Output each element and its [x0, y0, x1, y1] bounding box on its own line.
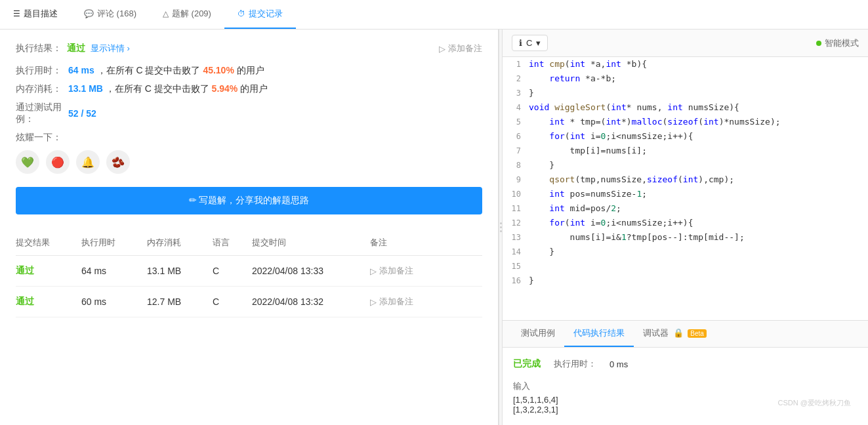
tab-debugger[interactable]: 调试器 🔒 Beta [634, 321, 716, 347]
tab-description-label: 题目描述 [24, 8, 58, 20]
input-row: 输入 [1,5,1,1,6,4] [1,3,2,2,3,1] [513, 380, 858, 415]
smart-mode-indicator: 智能模式 [816, 37, 859, 49]
runtime-stat-row: 执行用时： 64 ms ，在所有 C 提交中击败了 45.10% 的用户 [16, 65, 482, 77]
row1-memory: 13.1 MB [147, 266, 213, 276]
line-number: 13 [503, 230, 529, 245]
test-result-panel: 已完成 执行用时： 0 ms 输入 [1,5,1,1,6,4] [1,3,2,2… [503, 348, 868, 425]
show-detail-link[interactable]: 显示详情 › [91, 43, 130, 54]
line-number: 11 [503, 201, 529, 216]
code-line: 12 for(int i=0;i<numsSize;i++){ [503, 216, 868, 230]
row2-time: 60 ms [81, 296, 147, 307]
weibo-icon: 🔴 [51, 156, 64, 169]
line-code: qsort(tmp,numsSize,sizeof(int),cmp); [529, 172, 868, 187]
row2-result[interactable]: 通过 [16, 296, 81, 308]
line-number: 5 [503, 115, 529, 129]
bottom-tab-bar: 测试用例 代码执行结果 调试器 🔒 Beta [503, 320, 868, 348]
row1-note-arrow: ▷ [370, 266, 377, 276]
row2-note-label: 添加备注 [379, 296, 413, 308]
exec-result-tab-label: 代码执行结果 [573, 328, 625, 338]
test-input-section: 输入 [1,5,1,1,6,4] [1,3,2,2,3,1] CSDN @爱吃烤… [513, 380, 858, 415]
runtime-suffix: 的用户 [237, 65, 264, 75]
notification-share-btn[interactable]: 🔔 [76, 150, 100, 174]
line-code: int mid=pos/2; [529, 201, 868, 216]
memory-stat-row: 内存消耗： 13.1 MB ，在所有 C 提交中击败了 5.94% 的用户 [16, 83, 482, 95]
row1-note-label: 添加备注 [379, 265, 413, 277]
resize-dot [500, 222, 502, 224]
row2-add-note[interactable]: ▷ 添加备注 [370, 296, 482, 308]
add-note-label: 添加备注 [448, 43, 482, 54]
comments-icon: 💬 [84, 9, 94, 18]
code-line: 4void wiggleSort(int* nums, int numsSize… [503, 100, 868, 115]
line-code [529, 259, 868, 273]
row1-add-note[interactable]: ▷ 添加备注 [370, 265, 482, 277]
share-icons-group: 💚 🔴 🔔 🫘 [16, 150, 482, 174]
line-number: 2 [503, 71, 529, 86]
tab-comments[interactable]: 💬 评论 (168) [71, 0, 150, 29]
code-line: 16} [503, 273, 868, 288]
exec-stats: 执行用时： 64 ms ，在所有 C 提交中击败了 45.10% 的用户 内存消… [16, 65, 482, 125]
table-header: 提交结果 执行用时 内存消耗 语言 提交时间 备注 [16, 230, 482, 256]
line-number: 7 [503, 144, 529, 158]
input-label: 输入 [513, 380, 858, 392]
exec-time-value: 0 ms [610, 359, 628, 369]
share-label: 炫耀一下： [16, 132, 482, 144]
code-editor-area[interactable]: 1int cmp(int *a,int *b){2 return *a-*b;3… [503, 57, 868, 320]
douban-share-btn[interactable]: 🫘 [106, 150, 130, 174]
lang-label: C [526, 38, 532, 48]
memory-percent: 5.94% [212, 83, 238, 94]
row2-lang: C [213, 296, 252, 307]
left-panel: 执行结果： 通过 显示详情 › ▷ 添加备注 执行用时： 64 ms ，在所有 … [0, 30, 499, 425]
bell-icon: 🔔 [81, 156, 94, 169]
tab-description[interactable]: ☰ 题目描述 [0, 0, 71, 29]
code-line: 5 int * tmp=(int*)malloc(sizeof(int)*num… [503, 115, 868, 129]
tab-exec-result[interactable]: 代码执行结果 [564, 321, 634, 347]
add-note-btn[interactable]: ▷ 添加备注 [439, 43, 482, 54]
memory-suffix: 的用户 [240, 83, 268, 94]
row1-result[interactable]: 通过 [16, 265, 81, 277]
resize-dot [500, 230, 502, 232]
tab-submissions[interactable]: ⏱ 提交记录 [224, 0, 296, 29]
tab-solutions-label: 题解 (209) [172, 8, 211, 20]
code-line: 8 } [503, 158, 868, 172]
resize-dot [500, 226, 502, 228]
line-code: } [529, 158, 868, 172]
line-number: 3 [503, 86, 529, 100]
th-memory: 内存消耗 [147, 237, 213, 249]
code-line: 15 [503, 259, 868, 273]
th-result: 提交结果 [16, 237, 81, 249]
row2-memory: 12.7 MB [147, 296, 213, 307]
line-number: 6 [503, 129, 529, 144]
tab-comments-label: 评论 (168) [97, 8, 136, 20]
line-code: } [529, 273, 868, 288]
th-time: 执行用时 [81, 237, 147, 249]
th-note: 备注 [370, 237, 482, 249]
line-number: 12 [503, 216, 529, 230]
tab-testcase[interactable]: 测试用例 [512, 321, 564, 347]
complete-label: 已完成 [513, 358, 541, 370]
exec-result-label: 执行结果： [16, 43, 62, 54]
code-line: 11 int mid=pos/2; [503, 201, 868, 216]
testcase-tab-label: 测试用例 [521, 328, 555, 338]
beta-badge: Beta [688, 329, 707, 338]
line-number: 16 [503, 273, 529, 288]
runtime-desc: ，在所有 C 提交中击败了 [97, 65, 201, 75]
code-line: 14 } [503, 245, 868, 259]
line-code: return *a-*b; [529, 71, 868, 86]
line-code: int cmp(int *a,int *b){ [529, 57, 868, 71]
tab-solutions[interactable]: △ 题解 (209) [150, 0, 224, 29]
line-code: } [529, 245, 868, 259]
wechat-share-btn[interactable]: 💚 [16, 150, 39, 174]
write-solution-button[interactable]: ✏ 写题解，分享我的解题思路 [16, 187, 482, 214]
language-selector[interactable]: ℹ C ▾ [512, 35, 548, 51]
input-col: 输入 [1,5,1,1,6,4] [1,3,2,2,3,1] [513, 380, 858, 415]
line-code: nums[i]=i&1?tmp[pos--]:tmp[mid--]; [529, 230, 868, 245]
code-line: 7 tmp[i]=nums[i]; [503, 144, 868, 158]
code-line: 9 qsort(tmp,numsSize,sizeof(int),cmp); [503, 172, 868, 187]
testcase-value: 52 / 52 [68, 108, 96, 119]
row1-time: 64 ms [81, 266, 147, 276]
wechat-icon: 💚 [21, 156, 34, 169]
code-line: 3} [503, 86, 868, 100]
weibo-share-btn[interactable]: 🔴 [46, 150, 70, 174]
testcase-stat-row: 通过测试用例： 52 / 52 [16, 102, 482, 125]
lock-icon: 🔒 [673, 328, 684, 338]
